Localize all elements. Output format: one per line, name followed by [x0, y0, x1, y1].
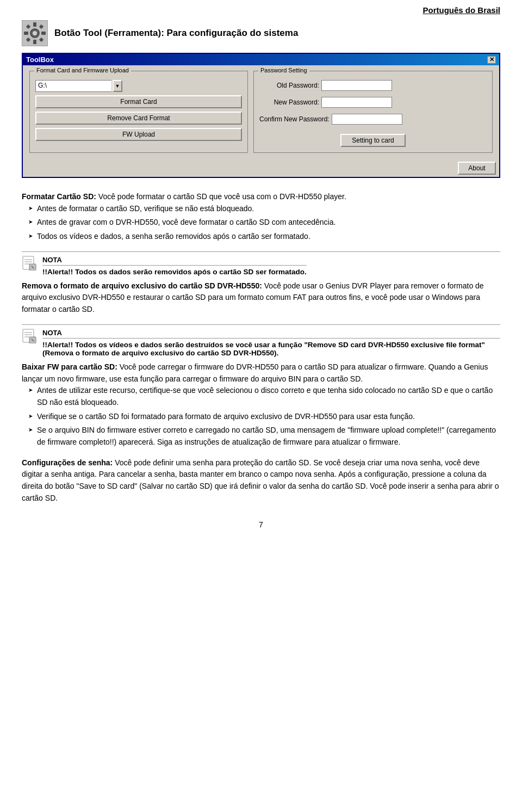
nota-icon-2: [22, 328, 37, 345]
fw-upload-button[interactable]: FW Upload: [35, 128, 242, 141]
about-button[interactable]: About: [458, 162, 496, 175]
nota-content-1: NOTA !!Alerta!! Todos os dados serão rem…: [42, 255, 307, 276]
confirm-password-row: Confirm New Password:: [259, 114, 487, 125]
svg-rect-3: [33, 22, 36, 27]
format-card-heading: Formatar Cartão SD:: [22, 192, 96, 201]
new-password-label: New Password:: [259, 99, 319, 106]
svg-rect-4: [33, 40, 36, 44]
remove-paragraph: Remova o formato de arquivo exclusivo do…: [22, 280, 500, 316]
drive-dropdown-btn[interactable]: ▼: [113, 80, 122, 92]
toolbox-body: Format Card and Firmware Upload G:\ ▼ Fo…: [23, 65, 499, 159]
format-group: Format Card and Firmware Upload G:\ ▼ Fo…: [29, 71, 248, 153]
toolbox-title: ToolBox: [26, 56, 54, 64]
page-title: Botão Tool (Ferramenta): Para configuraç…: [54, 28, 298, 39]
svg-point-2: [33, 31, 37, 35]
format-bullets: Antes de formatar o cartão SD, verifique…: [22, 203, 500, 243]
drive-field: G:\: [35, 80, 111, 92]
remove-heading: Remova o formato de arquivo exclusivo do…: [22, 281, 262, 290]
gear-icon: [22, 20, 48, 46]
alert-text-2: !!Alerta!! Todos os vídeos e dados serão…: [42, 341, 500, 357]
baixar-bullets: Antes de utilizar este recurso, certifiq…: [22, 385, 500, 448]
title-section: Botão Tool (Ferramenta): Para configuraç…: [22, 20, 500, 46]
remove-format-section: Remova o formato de arquivo exclusivo do…: [22, 280, 500, 316]
password-group-inner: Old Password: New Password: Confirm New …: [259, 80, 487, 147]
format-card-paragraph: Formatar Cartão SD: Você pode formatar o…: [22, 191, 500, 203]
about-row: About: [23, 159, 499, 177]
drive-selector[interactable]: G:\ ▼: [35, 80, 242, 92]
page-language: Português do Brasil: [22, 5, 500, 15]
format-group-title: Format Card and Firmware Upload: [34, 67, 131, 73]
setting-card-row: Setting to card: [259, 134, 487, 147]
format-card-section: Formatar Cartão SD: Você pode formatar o…: [22, 191, 500, 243]
bullet-item-3: Todos os vídeos e dados, a senha serão r…: [28, 231, 500, 243]
confirm-password-label: Confirm New Password:: [259, 115, 330, 123]
toolbox-window: ToolBox ✕ Format Card and Firmware Uploa…: [22, 53, 500, 178]
format-group-inner: G:\ ▼ Format Card Remove Card Format FW …: [35, 80, 242, 141]
baixar-fw-section: Baixar FW para cartão SD: Você pode carr…: [22, 361, 500, 448]
format-card-button[interactable]: Format Card: [35, 95, 242, 108]
password-group: Password Setting Old Password: New Passw…: [253, 71, 493, 153]
toolbox-close-button[interactable]: ✕: [487, 56, 496, 64]
format-card-text: Você pode formatar o cartão SD que você …: [96, 192, 346, 201]
nota-icon-1: [22, 255, 37, 272]
baixar-heading: Baixar FW para cartão SD:: [22, 362, 117, 371]
remove-card-format-button[interactable]: Remove Card Format: [35, 112, 242, 125]
bullet-item-1: Antes de formatar o cartão SD, verifique…: [28, 203, 500, 215]
baixar-paragraph: Baixar FW para cartão SD: Você pode carr…: [22, 361, 500, 385]
page-number: 7: [22, 520, 500, 529]
bullet-item-5: Verifique se o cartão SD foi formatado p…: [28, 411, 500, 423]
confirm-password-input[interactable]: [332, 114, 402, 125]
alert-text-bold-1: !!Alerta!! Todos os dados serão removido…: [42, 268, 307, 276]
alert-text-bold-2: !!Alerta!! Todos os vídeos e dados serão…: [42, 341, 485, 357]
new-password-row: New Password:: [259, 97, 487, 108]
bullet-item-6: Se o arquivo BIN do firmware estiver cor…: [28, 425, 500, 448]
bullet-item-2: Antes de gravar com o DVR-HD550, você de…: [28, 217, 500, 229]
setting-to-card-button[interactable]: Setting to card: [340, 134, 406, 147]
password-group-title: Password Setting: [258, 67, 309, 73]
svg-rect-5: [24, 32, 28, 35]
bullet-item-4: Antes de utilizar este recurso, certifiq…: [28, 385, 500, 408]
svg-rect-6: [41, 32, 46, 35]
config-heading: Configurações de senha:: [22, 458, 113, 467]
alert-text-1: !!Alerta!! Todos os dados serão removido…: [42, 268, 307, 276]
nota-content-2: NOTA !!Alerta!! Todos os vídeos e dados …: [42, 328, 500, 357]
nota-section-1: NOTA !!Alerta!! Todos os dados serão rem…: [22, 251, 500, 276]
old-password-row: Old Password:: [259, 80, 487, 91]
config-senha-section: Configurações de senha: Você pode defini…: [22, 457, 500, 505]
new-password-input[interactable]: [321, 97, 392, 108]
old-password-input[interactable]: [321, 80, 392, 91]
nota-section-2: NOTA !!Alerta!! Todos os vídeos e dados …: [22, 324, 500, 357]
toolbox-titlebar: ToolBox ✕: [23, 54, 499, 65]
config-paragraph: Configurações de senha: Você pode defini…: [22, 457, 500, 505]
old-password-label: Old Password:: [259, 82, 319, 89]
